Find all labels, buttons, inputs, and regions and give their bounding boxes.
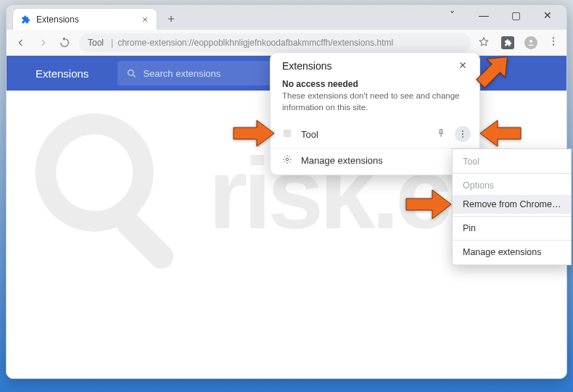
- omnibox-url: chrome-extension://eoppoblkhnligjefnkood…: [118, 38, 393, 48]
- extension-item-tool[interactable]: Tool: [271, 120, 479, 148]
- close-window-icon[interactable]: ✕: [537, 9, 558, 21]
- extension-context-menu: Tool Options Remove from Chrome… Pin Man…: [452, 149, 572, 265]
- maximize-icon[interactable]: ▢: [506, 9, 526, 21]
- forward-button[interactable]: [36, 36, 50, 50]
- puzzle-icon: [20, 14, 30, 25]
- svg-point-3: [553, 43, 554, 45]
- svg-point-11: [286, 158, 289, 161]
- gear-icon: [282, 154, 294, 166]
- svg-point-0: [529, 40, 532, 43]
- svg-point-8: [462, 130, 463, 132]
- window-controls: ˅ — ▢ ✕: [436, 7, 564, 24]
- close-tab-icon[interactable]: [141, 15, 149, 24]
- ctx-item-remove-from-chrome[interactable]: Remove from Chrome…: [453, 195, 571, 214]
- extension-item-menu-button[interactable]: [455, 126, 471, 142]
- search-icon: [126, 68, 137, 79]
- omnibox-label: Tool: [88, 38, 104, 48]
- ctx-item-options[interactable]: Options: [453, 176, 571, 195]
- svg-point-2: [553, 40, 554, 41]
- ctx-separator: [453, 173, 571, 174]
- ctx-separator: [453, 216, 571, 217]
- new-tab-button[interactable]: [162, 9, 181, 28]
- popup-title: Extensions: [282, 60, 331, 72]
- svg-point-10: [462, 136, 463, 138]
- tab-title: Extensions: [36, 14, 79, 25]
- search-placeholder: Search extensions: [143, 68, 220, 79]
- extensions-toolbar-icon[interactable]: [501, 36, 514, 49]
- extension-favicon: [282, 128, 294, 140]
- extensions-popup: Extensions No access needed These extens…: [270, 52, 480, 175]
- chrome-menu-icon[interactable]: [548, 36, 559, 50]
- browser-tab[interactable]: Extensions: [12, 8, 157, 30]
- svg-point-9: [462, 133, 463, 135]
- manage-extensions-row[interactable]: Manage extensions: [271, 148, 479, 172]
- ctx-item-tool[interactable]: Tool: [453, 152, 571, 171]
- omnibox-divider: |: [111, 38, 113, 48]
- popup-section-desc: These extensions don't need to see and c…: [282, 91, 468, 113]
- minimize-icon[interactable]: —: [474, 9, 494, 21]
- extension-item-label: Tool: [301, 129, 429, 140]
- ctx-item-manage-extensions[interactable]: Manage extensions: [453, 243, 571, 262]
- tab-strip: Extensions ˅ — ▢ ✕: [7, 5, 566, 30]
- toolbar-icons: [478, 36, 559, 50]
- back-button[interactable]: [14, 36, 28, 50]
- profile-avatar-icon[interactable]: [524, 36, 537, 49]
- svg-point-4: [128, 70, 134, 75]
- ctx-item-pin[interactable]: Pin: [453, 219, 571, 238]
- popup-section-heading: No access needed: [282, 79, 468, 89]
- svg-point-1: [553, 37, 554, 38]
- manage-extensions-label: Manage extensions: [301, 155, 471, 166]
- chevron-down-icon[interactable]: ˅: [442, 9, 462, 21]
- pin-icon[interactable]: [436, 128, 448, 140]
- page-title: Extensions: [36, 67, 88, 80]
- address-bar[interactable]: Tool | chrome-extension://eoppoblkhnligj…: [79, 33, 471, 52]
- reload-button[interactable]: [57, 36, 72, 50]
- ctx-separator: [453, 240, 571, 241]
- svg-rect-7: [284, 130, 292, 138]
- star-icon[interactable]: [478, 36, 491, 49]
- close-popup-icon[interactable]: [458, 60, 469, 72]
